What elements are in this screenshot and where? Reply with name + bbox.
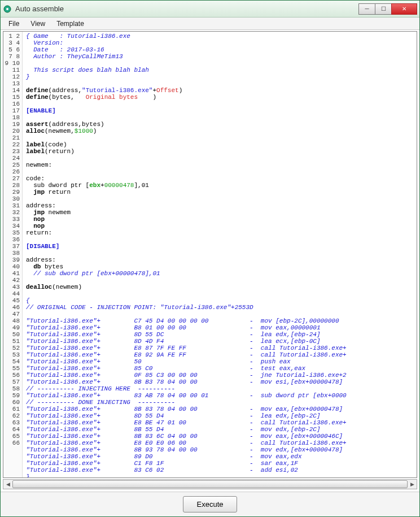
code-editor[interactable]: 1 2 3 4 5 6 7 8 9 10 11 12 13 14 15 16 1… — [3, 31, 417, 478]
execute-button[interactable]: Execute — [183, 496, 238, 512]
app-icon — [3, 5, 12, 14]
horizontal-scrollbar[interactable]: ◀ ▶ — [3, 479, 417, 489]
menu-file[interactable]: File — [3, 19, 25, 29]
close-button[interactable]: ✕ — [391, 3, 417, 15]
menu-template[interactable]: Template — [51, 19, 90, 29]
minimize-button[interactable]: ─ — [358, 3, 375, 15]
svg-point-1 — [6, 8, 8, 10]
line-number-gutter: 1 2 3 4 5 6 7 8 9 10 11 12 13 14 15 16 1… — [3, 32, 23, 477]
code-content[interactable]: { Game : Tutorial-i386.exe Version: Date… — [23, 32, 417, 477]
scroll-right-arrow[interactable]: ▶ — [408, 480, 417, 489]
footer: Execute — [1, 492, 419, 516]
scroll-thumb[interactable] — [12, 480, 408, 488]
window-title: Auto assemble — [15, 5, 359, 13]
window-controls: ─ ☐ ✕ — [359, 3, 417, 15]
titlebar[interactable]: Auto assemble ─ ☐ ✕ — [1, 1, 419, 18]
scroll-left-arrow[interactable]: ◀ — [3, 480, 12, 489]
menu-view[interactable]: View — [25, 19, 51, 29]
maximize-button[interactable]: ☐ — [375, 3, 392, 15]
menubar: File View Template — [1, 18, 419, 30]
auto-assemble-window: Auto assemble ─ ☐ ✕ File View Template 1… — [0, 0, 420, 517]
